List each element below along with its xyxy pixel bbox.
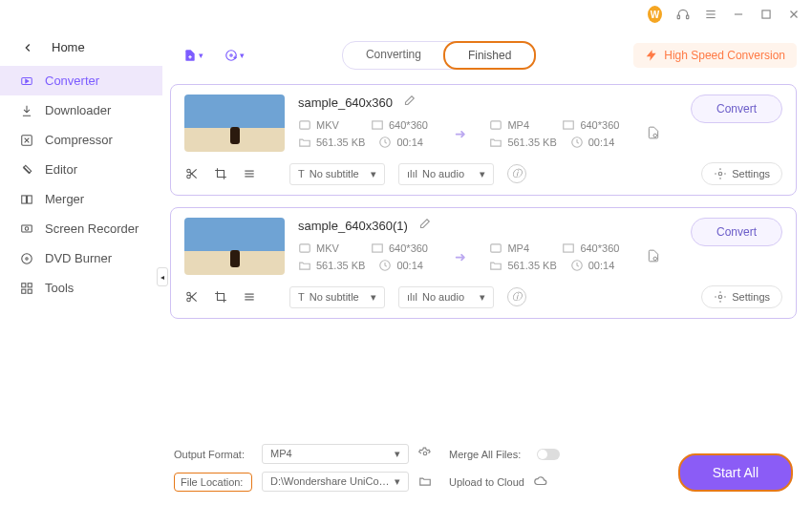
trim-icon[interactable] — [184, 290, 200, 304]
format-value: MKV — [298, 242, 357, 255]
svg-rect-45 — [564, 244, 574, 252]
file-location-label: File Location: — [174, 473, 252, 492]
tab-finished[interactable]: Finished — [443, 41, 536, 70]
audio-select[interactable]: ılılNo audio▾ — [398, 286, 494, 308]
sidebar-item-dvd[interactable]: DVD Burner — [0, 243, 162, 273]
svg-point-16 — [21, 253, 32, 263]
sidebar-item-merger[interactable]: Merger — [0, 184, 162, 214]
subtitle-select[interactable]: TNo subtitle▾ — [289, 163, 385, 185]
sidebar-item-downloader[interactable]: Downloader — [0, 95, 162, 125]
close-icon[interactable] — [786, 8, 801, 22]
merge-toggle[interactable] — [537, 449, 560, 460]
card-settings-button[interactable]: Settings — [701, 162, 782, 185]
svg-rect-14 — [21, 224, 32, 231]
svg-rect-6 — [761, 11, 769, 18]
crop-icon[interactable] — [213, 290, 228, 304]
sidebar-item-label: DVD Burner — [45, 251, 112, 265]
sidebar-item-compressor[interactable]: Compressor — [0, 125, 162, 155]
video-thumbnail[interactable] — [184, 218, 285, 275]
trim-icon[interactable] — [184, 167, 200, 180]
duration-value: 00:14 — [570, 136, 630, 149]
sidebar-item-label: Downloader — [45, 103, 111, 117]
convert-button[interactable]: Convert — [691, 95, 782, 123]
subtitle-select[interactable]: TNo subtitle▾ — [289, 286, 385, 308]
resolution-value: 640*360 — [562, 118, 621, 132]
collapse-handle[interactable]: ◂ — [157, 267, 168, 286]
merge-label: Merge All Files: — [449, 449, 527, 460]
sidebar-item-label: Merger — [45, 192, 84, 206]
svg-rect-0 — [677, 15, 679, 19]
converter-icon — [19, 74, 33, 88]
svg-rect-44 — [491, 244, 502, 252]
resolution-value: 640*360 — [371, 242, 430, 255]
output-format-label: Output Format: — [174, 449, 252, 460]
downloader-icon — [19, 103, 33, 117]
merger-icon — [19, 192, 33, 206]
convert-button[interactable]: Convert — [691, 218, 782, 246]
crop-icon[interactable] — [213, 167, 228, 180]
sidebar-item-label: Converter — [45, 74, 99, 88]
sidebar-item-label: Tools — [45, 281, 74, 295]
audio-select[interactable]: ılılNo audio▾ — [398, 163, 494, 185]
file-settings-icon[interactable] — [647, 126, 666, 141]
duration-value: 00:14 — [378, 259, 438, 272]
sidebar-item-tools[interactable]: Tools — [0, 273, 162, 303]
svg-point-40 — [719, 172, 723, 176]
add-dvd-button[interactable]: ▾ — [224, 49, 245, 62]
svg-rect-12 — [21, 195, 26, 202]
filename: sample_640x360 — [298, 95, 393, 110]
compressor-icon — [19, 133, 33, 147]
file-card: sample_640x360MKV640*360561.35 KB00:14➜M… — [170, 84, 797, 196]
info-icon[interactable]: ⓘ — [507, 287, 526, 306]
size-value: 561.35 KB — [298, 136, 365, 149]
dvd-icon — [19, 251, 33, 265]
edit-name-icon[interactable] — [417, 218, 431, 234]
start-all-button[interactable]: Start All — [678, 453, 793, 492]
headset-icon[interactable] — [675, 8, 690, 22]
sidebar-item-screenrec[interactable]: Screen Recorder — [0, 214, 162, 243]
file-settings-icon[interactable] — [647, 249, 666, 264]
cloud-icon[interactable] — [534, 474, 547, 490]
output-format-select[interactable]: MP4▾ — [262, 444, 409, 464]
sidebar: Home ConverterDownloaderCompressorEditor… — [0, 29, 162, 505]
size-value: 561.35 KB — [298, 259, 365, 272]
svg-rect-42 — [373, 244, 383, 252]
svg-rect-41 — [300, 244, 310, 252]
svg-rect-1 — [686, 15, 688, 19]
add-file-button[interactable]: ▾ — [183, 49, 203, 62]
maximize-icon[interactable] — [759, 8, 773, 22]
sidebar-item-label: Editor — [45, 162, 77, 177]
high-speed-button[interactable]: High Speed Conversion — [633, 43, 797, 68]
avatar-icon[interactable]: W — [648, 8, 662, 22]
resolution-value: 640*360 — [562, 242, 621, 255]
open-folder-icon[interactable] — [418, 474, 432, 490]
tab-converting[interactable]: Converting — [343, 42, 444, 69]
format-value: MKV — [298, 118, 357, 132]
duration-value: 00:14 — [378, 136, 438, 149]
svg-point-32 — [653, 134, 657, 137]
output-settings-icon[interactable] — [418, 447, 432, 462]
info-icon[interactable]: ⓘ — [507, 164, 526, 183]
svg-rect-30 — [564, 121, 574, 129]
more-icon[interactable] — [242, 167, 257, 180]
menu-icon[interactable] — [703, 8, 717, 22]
sidebar-item-converter[interactable]: Converter — [0, 66, 162, 95]
back-button[interactable]: Home — [0, 36, 162, 66]
arrow-icon: ➜ — [455, 126, 472, 141]
filename: sample_640x360(1) — [298, 219, 408, 233]
arrow-icon: ➜ — [455, 249, 472, 264]
sidebar-item-editor[interactable]: Editor — [0, 155, 162, 184]
size-value: 561.35 KB — [489, 136, 556, 149]
video-thumbnail[interactable] — [184, 95, 285, 152]
svg-rect-26 — [300, 121, 310, 129]
card-settings-button[interactable]: Settings — [701, 285, 782, 308]
edit-name-icon[interactable] — [402, 95, 416, 111]
minimize-icon[interactable] — [731, 8, 745, 22]
format-value: MP4 — [489, 118, 548, 132]
file-location-select[interactable]: D:\Wondershare UniConverter 1▾ — [262, 472, 409, 492]
more-icon[interactable] — [242, 290, 257, 304]
svg-point-55 — [719, 295, 723, 299]
resolution-value: 640*360 — [371, 118, 430, 132]
svg-rect-20 — [21, 289, 25, 293]
tools-icon — [19, 281, 33, 295]
